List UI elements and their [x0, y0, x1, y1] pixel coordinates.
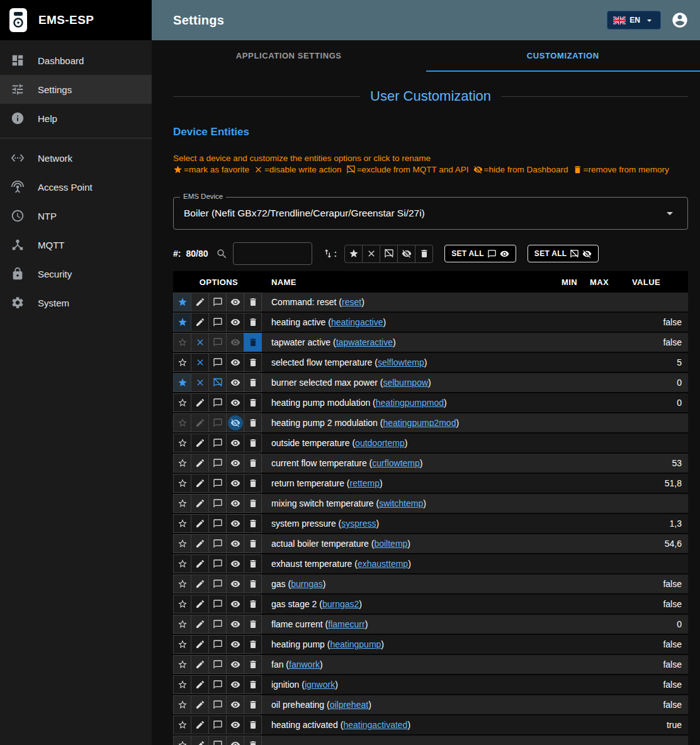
write-toggle[interactable] — [191, 393, 209, 412]
mqtt-toggle[interactable] — [208, 675, 227, 694]
delete-toggle[interactable] — [244, 333, 262, 352]
write-toggle[interactable] — [191, 595, 209, 613]
sidebar-item-dashboard[interactable]: Dashboard — [0, 46, 152, 75]
delete-toggle[interactable] — [244, 373, 262, 392]
visibility-toggle[interactable] — [226, 655, 244, 674]
entity-shortname-link[interactable]: heatingpump — [330, 639, 381, 649]
write-toggle[interactable] — [191, 736, 209, 745]
entity-shortname-link[interactable]: heatingactive — [331, 317, 383, 327]
favorite-toggle[interactable] — [173, 595, 191, 613]
visibility-toggle[interactable] — [226, 474, 244, 493]
visibility-toggle[interactable] — [226, 454, 244, 473]
mqtt-toggle[interactable] — [208, 695, 227, 714]
entity-shortname-link[interactable]: heatingpumpmod — [376, 398, 444, 408]
favorite-toggle[interactable] — [173, 373, 191, 392]
delete-toggle[interactable] — [244, 494, 262, 513]
delete-toggle[interactable] — [244, 434, 262, 452]
delete-toggle[interactable] — [244, 313, 262, 332]
delete-toggle[interactable] — [244, 293, 262, 311]
write-toggle[interactable] — [191, 494, 209, 513]
entity-shortname-link[interactable]: fanwork — [289, 659, 320, 669]
write-toggle[interactable] — [191, 635, 209, 654]
set-all-hide-button[interactable]: SET ALL — [528, 245, 599, 262]
favorite-toggle[interactable] — [173, 695, 191, 714]
sidebar-item-mqtt[interactable]: MQTT — [0, 230, 152, 259]
entity-shortname-link[interactable]: curflowtemp — [372, 458, 419, 468]
entity-shortname-link[interactable]: burngas2 — [322, 599, 359, 609]
visibility-toggle[interactable] — [226, 635, 244, 654]
favorite-toggle[interactable] — [173, 333, 191, 352]
filter-visibility-toggle[interactable] — [397, 245, 415, 263]
write-toggle[interactable] — [191, 474, 209, 493]
entity-shortname-link[interactable]: heatingactivated — [343, 720, 407, 730]
entity-shortname-link[interactable]: heatingpump2mod — [383, 418, 456, 428]
visibility-toggle[interactable] — [226, 736, 244, 745]
favorite-toggle[interactable] — [173, 534, 191, 553]
delete-toggle[interactable] — [244, 635, 262, 654]
delete-toggle[interactable] — [244, 615, 262, 634]
delete-toggle[interactable] — [244, 715, 262, 734]
mqtt-toggle[interactable] — [208, 474, 227, 493]
delete-toggle[interactable] — [244, 454, 262, 473]
visibility-toggle[interactable] — [226, 695, 244, 714]
write-toggle[interactable] — [191, 554, 209, 573]
write-toggle[interactable] — [191, 675, 209, 694]
visibility-toggle[interactable] — [226, 715, 244, 734]
delete-toggle[interactable] — [244, 675, 262, 694]
mqtt-toggle[interactable] — [208, 736, 227, 745]
sidebar-item-access-point[interactable]: Access Point — [0, 172, 152, 201]
favorite-toggle[interactable] — [173, 615, 191, 634]
favorite-toggle[interactable] — [173, 715, 191, 734]
visibility-toggle[interactable] — [226, 494, 244, 513]
visibility-toggle[interactable] — [226, 293, 244, 311]
favorite-toggle[interactable] — [173, 474, 191, 493]
mqtt-toggle[interactable] — [208, 333, 227, 352]
favorite-toggle[interactable] — [173, 353, 191, 372]
mqtt-toggle[interactable] — [208, 454, 227, 473]
mqtt-toggle[interactable] — [208, 615, 227, 634]
filter-delete-toggle[interactable] — [415, 245, 433, 263]
entity-shortname-link[interactable]: selburnpow — [383, 378, 428, 388]
filter-write-toggle[interactable] — [362, 245, 380, 263]
write-toggle[interactable] — [191, 313, 209, 332]
entity-shortname-link[interactable]: tapwateractive — [336, 337, 393, 347]
write-toggle[interactable] — [191, 514, 209, 533]
visibility-toggle[interactable] — [226, 373, 244, 392]
visibility-toggle[interactable] — [226, 595, 244, 613]
mqtt-toggle[interactable] — [208, 293, 227, 311]
write-toggle[interactable] — [191, 715, 209, 734]
sidebar-item-network[interactable]: Network — [0, 143, 152, 172]
tab-customization[interactable]: CUSTOMIZATION — [426, 40, 700, 72]
mqtt-toggle[interactable] — [208, 434, 227, 452]
write-toggle[interactable] — [191, 534, 209, 553]
write-toggle[interactable] — [191, 413, 209, 432]
delete-toggle[interactable] — [244, 514, 262, 533]
favorite-toggle[interactable] — [173, 736, 191, 745]
mqtt-toggle[interactable] — [208, 353, 227, 372]
mqtt-toggle[interactable] — [208, 554, 227, 573]
visibility-toggle[interactable] — [226, 615, 244, 634]
write-toggle[interactable] — [191, 293, 209, 311]
mqtt-toggle[interactable] — [208, 373, 227, 392]
entity-shortname-link[interactable]: flamecurr — [328, 619, 364, 629]
delete-toggle[interactable] — [244, 655, 262, 674]
write-toggle[interactable] — [191, 454, 209, 473]
mqtt-toggle[interactable] — [208, 655, 227, 674]
entity-shortname-link[interactable]: reset — [342, 297, 361, 307]
visibility-toggle[interactable] — [226, 514, 244, 533]
visibility-toggle[interactable] — [226, 434, 244, 452]
mqtt-toggle[interactable] — [208, 393, 227, 412]
delete-toggle[interactable] — [244, 554, 262, 573]
entity-shortname-link[interactable]: switchtemp — [379, 498, 423, 508]
favorite-toggle[interactable] — [173, 413, 191, 432]
sidebar-item-system[interactable]: System — [0, 288, 152, 317]
delete-toggle[interactable] — [244, 353, 262, 372]
entity-shortname-link[interactable]: exhausttemp — [358, 559, 408, 569]
entity-shortname-link[interactable]: selflowtemp — [378, 357, 424, 367]
favorite-toggle[interactable] — [173, 635, 191, 654]
sidebar-item-security[interactable]: Security — [0, 259, 152, 288]
language-select[interactable]: EN — [607, 11, 661, 30]
write-toggle[interactable] — [191, 434, 209, 452]
entity-shortname-link[interactable]: boiltemp — [374, 539, 407, 549]
delete-toggle[interactable] — [244, 393, 262, 412]
